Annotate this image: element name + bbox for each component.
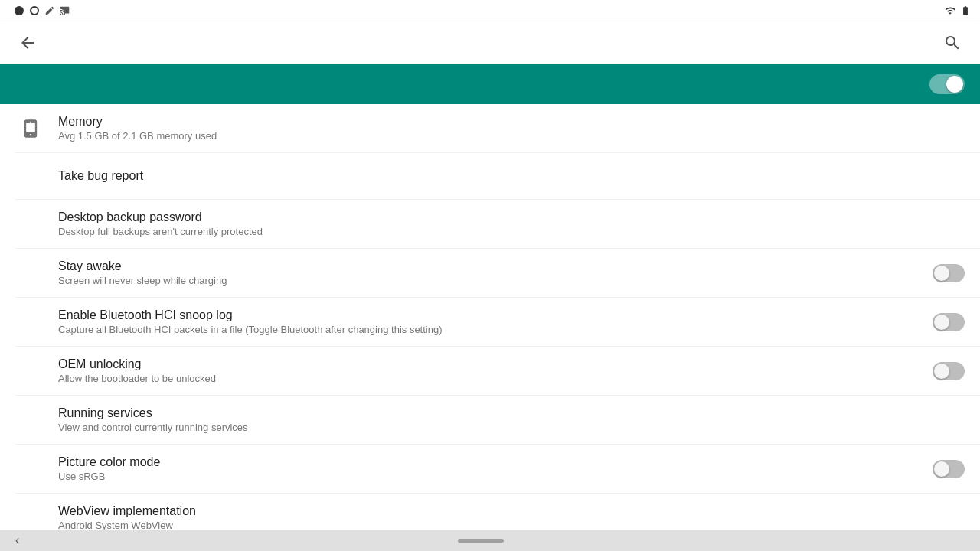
settings-item-running-services[interactable]: Running services View and control curren… [0, 396, 980, 444]
settings-item-desktop-backup-password[interactable]: Desktop backup password Desktop full bac… [0, 200, 980, 248]
bottom-bar: ‹ [0, 530, 980, 551]
toggle-knob [934, 364, 949, 379]
dot-icon [14, 5, 24, 16]
battery-icon [960, 5, 971, 16]
settings-item-title: Stay awake [58, 259, 920, 273]
edit-icon [44, 5, 55, 16]
settings-item-title: Desktop backup password [58, 210, 965, 224]
toggle-bluetooth-hci-snoop[interactable] [933, 313, 965, 331]
settings-item-subtitle: Allow the bootloader to be unlocked [58, 373, 920, 384]
settings-item-title: Take bug report [58, 169, 965, 183]
settings-item-text: WebView implementation Android System We… [58, 504, 965, 530]
cast-icon [60, 5, 70, 16]
settings-item-take-bug-report[interactable]: Take bug report [0, 153, 980, 199]
svg-point-0 [15, 6, 24, 15]
settings-item-stay-awake[interactable]: Stay awake Screen will never sleep while… [0, 249, 980, 297]
settings-item-title: Enable Bluetooth HCI snoop log [58, 308, 920, 322]
settings-item-subtitle: Use sRGB [58, 471, 920, 482]
settings-list: Memory Avg 1.5 GB of 2.1 GB memory used … [0, 104, 980, 530]
nav-back-arrow[interactable]: ‹ [15, 533, 19, 547]
back-button[interactable] [12, 28, 43, 58]
settings-item-text: Running services View and control curren… [58, 406, 965, 433]
settings-item-memory[interactable]: Memory Avg 1.5 GB of 2.1 GB memory used [0, 104, 980, 152]
developer-options-toggle[interactable] [929, 74, 965, 94]
settings-item-subtitle: Capture all Bluetooth HCI packets in a f… [58, 324, 920, 335]
status-bar-right [945, 5, 971, 16]
toggle-knob [934, 266, 949, 281]
nav-back[interactable]: ‹ [15, 533, 19, 547]
nav-home [458, 539, 504, 543]
settings-item-subtitle: Screen will never sleep while charging [58, 275, 920, 286]
settings-item-text: OEM unlocking Allow the bootloader to be… [58, 357, 920, 384]
settings-item-subtitle: Avg 1.5 GB of 2.1 GB memory used [58, 130, 965, 142]
settings-item-text: Desktop backup password Desktop full bac… [58, 210, 965, 237]
on-off-banner[interactable] [0, 64, 980, 104]
toggle-switch[interactable] [933, 264, 965, 282]
settings-item-title: Running services [58, 406, 965, 420]
toggle-stay-awake[interactable] [933, 264, 965, 282]
settings-item-picture-color-mode[interactable]: Picture color mode Use sRGB [0, 445, 980, 493]
settings-item-oem-unlocking[interactable]: OEM unlocking Allow the bootloader to be… [0, 347, 980, 395]
settings-item-title: Memory [58, 115, 965, 129]
settings-item-title: OEM unlocking [58, 357, 920, 371]
toggle-picture-color-mode[interactable] [933, 460, 965, 478]
settings-item-webview-implementation[interactable]: WebView implementation Android System We… [0, 494, 980, 530]
svg-point-1 [31, 7, 38, 15]
app-bar [0, 21, 980, 64]
settings-item-text: Picture color mode Use sRGB [58, 455, 920, 482]
toggle-switch[interactable] [933, 362, 965, 380]
back-arrow-icon [18, 34, 37, 52]
status-bar [0, 0, 980, 21]
settings-item-text: Memory Avg 1.5 GB of 2.1 GB memory used [58, 115, 965, 142]
memory-icon [15, 118, 46, 139]
toggle-knob [934, 315, 949, 330]
settings-item-subtitle: Desktop full backups aren't currently pr… [58, 226, 965, 237]
circle-icon [29, 5, 40, 16]
toggle-knob [934, 461, 949, 477]
toggle-switch[interactable] [933, 460, 965, 478]
settings-item-bluetooth-hci-snoop[interactable]: Enable Bluetooth HCI snoop log Capture a… [0, 298, 980, 346]
settings-item-title: WebView implementation [58, 504, 965, 518]
toggle-knob [946, 76, 963, 93]
settings-item-text: Enable Bluetooth HCI snoop log Capture a… [58, 308, 920, 335]
settings-item-text: Take bug report [58, 169, 965, 183]
toggle-oem-unlocking[interactable] [933, 362, 965, 380]
search-button[interactable] [937, 28, 968, 58]
settings-item-title: Picture color mode [58, 455, 920, 469]
search-icon [943, 34, 962, 52]
toggle-switch[interactable] [933, 313, 965, 331]
settings-item-subtitle: Android System WebView [58, 520, 965, 530]
nav-home-pill [458, 539, 504, 543]
wifi-icon [945, 5, 956, 16]
settings-item-subtitle: View and control currently running servi… [58, 422, 965, 433]
status-bar-left [9, 5, 70, 16]
settings-item-text: Stay awake Screen will never sleep while… [58, 259, 920, 286]
